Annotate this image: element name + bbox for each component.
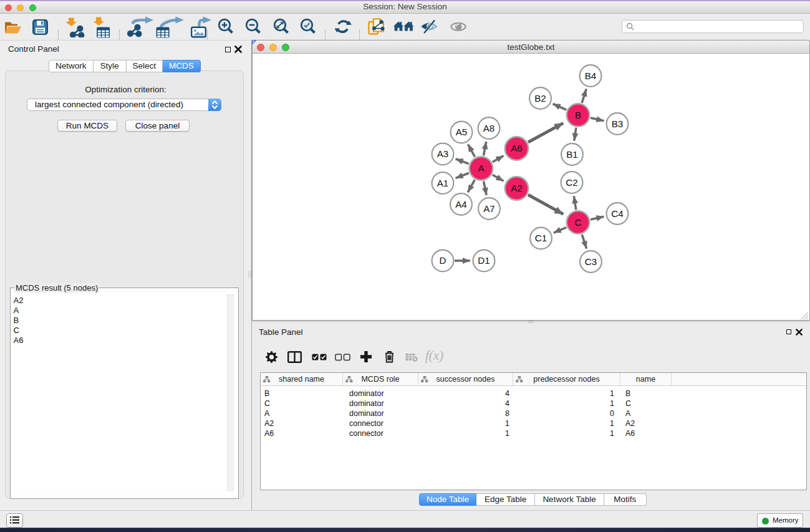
svg-text:A1: A1 xyxy=(437,178,449,188)
svg-text:A5: A5 xyxy=(456,127,468,137)
svg-text:A8: A8 xyxy=(483,123,495,133)
svg-text:A2: A2 xyxy=(511,183,523,193)
svg-text:D: D xyxy=(440,255,446,266)
svg-text:B1: B1 xyxy=(566,149,578,160)
svg-text:C4: C4 xyxy=(611,208,623,219)
svg-text:A3: A3 xyxy=(437,148,449,159)
svg-text:A7: A7 xyxy=(483,203,495,214)
svg-text:B: B xyxy=(575,110,581,120)
svg-text:B4: B4 xyxy=(585,70,597,81)
svg-text:C2: C2 xyxy=(566,177,577,188)
svg-text:C1: C1 xyxy=(535,233,547,243)
svg-text:A: A xyxy=(478,163,485,173)
svg-text:C3: C3 xyxy=(585,256,597,267)
svg-text:A6: A6 xyxy=(511,143,523,153)
svg-text:A4: A4 xyxy=(455,199,467,210)
svg-text:C: C xyxy=(575,217,582,228)
svg-text:B2: B2 xyxy=(534,93,546,104)
svg-text:B3: B3 xyxy=(612,118,624,129)
svg-text:D1: D1 xyxy=(478,255,489,266)
